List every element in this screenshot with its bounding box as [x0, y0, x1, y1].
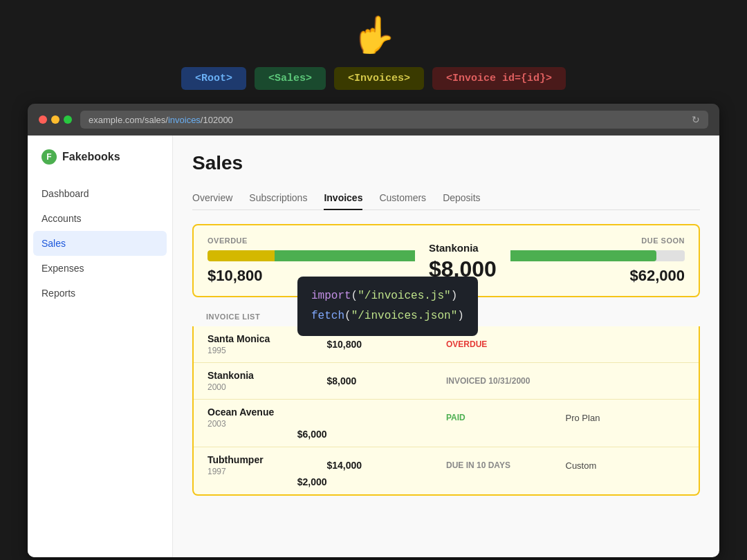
invoice-status: OVERDUE — [446, 339, 566, 349]
tab-customers[interactable]: Customers — [379, 187, 426, 210]
invoice-name: Stankonia — [208, 370, 327, 381]
invoice-client: Ocean Avenue 2003 — [208, 407, 327, 429]
maximize-button[interactable] — [64, 115, 72, 124]
invoice-amount: $14,000 — [327, 460, 447, 471]
overdue-amount: $10,800 — [208, 267, 263, 285]
invoice-client: Tubthumper 1997 — [208, 454, 327, 476]
cursor-icon: 👆 — [351, 14, 396, 56]
invoice-list: Santa Monica 1995 $10,800 OVERDUE Stanko… — [192, 326, 700, 496]
due-soon-label: DUE SOON — [641, 236, 685, 245]
breadcrumb-sales[interactable]: <Sales> — [255, 67, 326, 90]
breadcrumb-invoices[interactable]: <Invoices> — [334, 67, 424, 90]
url-text: example.com/sales/invoices/102000 — [89, 115, 233, 125]
url-bar[interactable]: example.com/sales/invoices/102000 ↻ — [80, 111, 708, 129]
top-area: 👆 <Root> <Sales> <Invoices> <Invoice id=… — [0, 0, 747, 104]
invoice-year: 1997 — [208, 467, 327, 476]
sidebar-item-accounts[interactable]: Accounts — [28, 206, 172, 231]
invoice-amount: $8,000 — [327, 375, 447, 386]
invoice-plan-amount: $2,000 — [208, 476, 327, 487]
invoice-plan-amount: $6,000 — [208, 429, 327, 440]
tab-overview[interactable]: Overview — [192, 187, 232, 210]
main-content: Sales Overview Subscriptions Invoices Cu… — [173, 136, 719, 557]
progress-overdue — [208, 250, 275, 261]
tooltip-line-2: fetch("/invoices.json") — [311, 306, 464, 326]
breadcrumb-root[interactable]: <Root> — [181, 67, 246, 90]
sidebar-item-expenses[interactable]: Expenses — [28, 256, 172, 281]
tab-bar: Overview Subscriptions Invoices Customer… — [192, 187, 700, 210]
table-row[interactable]: Tubthumper 1997 $14,000 DUE IN 10 DAYS C… — [194, 447, 699, 494]
sidebar-item-sales[interactable]: Sales — [33, 231, 167, 256]
sidebar: F Fakebooks Dashboard Accounts Sales Exp… — [28, 136, 173, 557]
tooltip-overlay: import("/invoices.js") fetch("/invoices.… — [297, 277, 478, 336]
page-title: Sales — [192, 152, 700, 174]
url-suffix: /102000 — [201, 115, 233, 125]
invoice-plan: Pro Plan — [566, 413, 685, 423]
invoice-status: INVOICED 10/31/2000 — [446, 376, 566, 386]
invoice-client: Santa Monica 1995 — [208, 333, 327, 355]
reload-icon[interactable]: ↻ — [692, 114, 700, 125]
logo-icon: F — [42, 149, 57, 165]
table-row[interactable]: Ocean Avenue 2003 PAID Pro Plan $6,000 — [194, 400, 699, 447]
invoice-status: PAID — [446, 413, 566, 422]
breadcrumbs: <Root> <Sales> <Invoices> <Invoice id={i… — [181, 67, 566, 90]
tab-subscriptions[interactable]: Subscriptions — [249, 187, 307, 210]
invoice-name: Ocean Avenue — [208, 407, 327, 418]
tab-deposits[interactable]: Deposits — [443, 187, 480, 210]
tab-invoices[interactable]: Invoices — [324, 187, 362, 210]
invoice-year: 1995 — [208, 346, 327, 355]
sidebar-item-reports[interactable]: Reports — [28, 281, 172, 306]
invoice-year: 2000 — [208, 382, 327, 392]
app-layout: F Fakebooks Dashboard Accounts Sales Exp… — [28, 136, 719, 557]
logo-text: Fakebooks — [62, 151, 120, 163]
invoice-year: 2003 — [208, 419, 327, 429]
table-row[interactable]: Stankonia 2000 $8,000 INVOICED 10/31/200… — [194, 363, 699, 400]
invoice-name: Tubthumper — [208, 454, 327, 465]
traffic-lights — [39, 115, 72, 124]
browser-bar: example.com/sales/invoices/102000 ↻ — [28, 104, 719, 136]
detail-name: Stankonia — [429, 242, 497, 254]
due-soon-amount: $62,000 — [629, 267, 685, 285]
invoice-plan: Custom — [566, 460, 685, 471]
overdue-label: OVERDUE — [208, 236, 248, 245]
invoice-client: Stankonia 2000 — [208, 370, 327, 392]
url-prefix: example.com/sales/ — [89, 115, 168, 125]
invoice-amount: $10,800 — [327, 339, 447, 350]
url-highlight: invoices — [168, 115, 201, 125]
invoice-status: DUE IN 10 DAYS — [446, 460, 566, 470]
tooltip-line-1: import("/invoices.js") — [311, 286, 464, 306]
sidebar-item-dashboard[interactable]: Dashboard — [28, 181, 172, 206]
minimize-button[interactable] — [51, 115, 59, 124]
logo-area: F Fakebooks — [28, 149, 172, 181]
close-button[interactable] — [39, 115, 47, 124]
breadcrumb-invoice-id[interactable]: <Invoice id={id}> — [432, 67, 566, 90]
